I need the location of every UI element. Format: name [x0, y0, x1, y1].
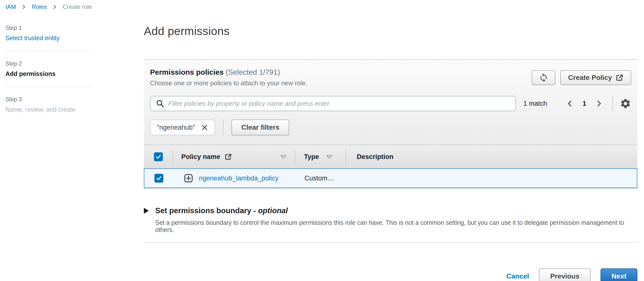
sidebar-divider	[6, 51, 92, 51]
panel-actions: Create Policy	[532, 70, 631, 85]
column-label: Type	[304, 153, 319, 161]
chevron-left-icon	[566, 99, 574, 108]
panel-title-text: Permissions policies	[150, 68, 224, 76]
current-page-number[interactable]: 1	[582, 100, 586, 107]
step-label: Step 3	[6, 96, 92, 103]
panel-title-group: Permissions policies (Selected 1/791) Ch…	[150, 68, 307, 87]
external-link-icon	[225, 153, 232, 160]
next-button[interactable]: Next	[600, 269, 637, 281]
step-label: Step 2	[6, 60, 92, 67]
policies-table: Policy name Type	[144, 145, 637, 189]
policy-name-filter-dropdown-icon[interactable]	[280, 155, 287, 159]
sidebar-divider	[6, 87, 92, 87]
close-icon	[201, 124, 208, 131]
policy-name-link[interactable]: ngeneahub_lambda_policy	[199, 175, 278, 182]
breadcrumb-create-role: Create role	[63, 3, 92, 10]
step-2-title: Add permissions	[6, 70, 92, 77]
panel-header: Permissions policies (Selected 1/791) Ch…	[144, 59, 637, 145]
search-row: 1 match 1	[150, 96, 631, 111]
filter-tag-label: "ngeneahub"	[157, 124, 195, 131]
select-all-checkbox[interactable]	[154, 152, 163, 161]
search-icon	[156, 99, 164, 108]
permissions-policies-panel: Permissions policies (Selected 1/791) Ch…	[144, 59, 637, 189]
breadcrumb: IAM Roles Create role	[6, 3, 92, 10]
match-count: 1 match	[523, 100, 547, 107]
pagination-divider	[612, 96, 613, 111]
boundary-description: Set a permissions boundary to control th…	[155, 219, 637, 234]
step-2-add-permissions: Step 2 Add permissions	[6, 60, 92, 77]
chevron-right-icon	[22, 4, 26, 10]
chevron-right-icon	[595, 99, 602, 108]
step-label: Step 1	[6, 25, 92, 31]
column-label: Description	[357, 153, 394, 161]
step-1-select-trusted-entity: Step 1 Select trusted entity	[6, 25, 92, 42]
previous-button[interactable]: Previous	[539, 269, 591, 281]
section-divider	[144, 242, 637, 243]
boundary-expander[interactable]: Set permissions boundary - optional	[144, 206, 637, 215]
filter-tag: "ngeneahub"	[150, 120, 215, 135]
row-policy-name-cell: ngeneahub_lambda_policy	[173, 173, 295, 183]
create-policy-button[interactable]: Create Policy	[560, 70, 631, 85]
steps-sidebar: Step 1 Select trusted entity Step 2 Add …	[6, 25, 92, 113]
chevron-right-icon	[52, 4, 57, 10]
clear-filters-label: Clear filters	[241, 123, 279, 131]
expand-policy-button[interactable]	[184, 173, 194, 183]
pagination: 1	[565, 96, 631, 111]
create-policy-label: Create Policy	[568, 74, 612, 82]
refresh-button[interactable]	[532, 70, 556, 85]
boundary-title: Set permissions boundary - optional	[155, 206, 288, 215]
next-label: Next	[612, 272, 626, 280]
column-header-type: Type	[294, 145, 346, 168]
page-title: Add permissions	[144, 24, 637, 38]
column-header-description: Description	[346, 145, 637, 168]
panel-title: Permissions policies (Selected 1/791)	[150, 68, 307, 76]
active-filters-row: "ngeneahub" Clear filters	[150, 119, 631, 136]
clear-filters-button[interactable]: Clear filters	[232, 120, 289, 135]
collapsed-triangle-icon	[144, 208, 149, 214]
gear-icon	[620, 98, 631, 109]
iam-create-role-page: IAM Roles Create role Step 1 Select trus…	[0, 0, 644, 281]
checkmark-icon	[156, 175, 162, 181]
boundary-title-text: Set permissions boundary	[155, 206, 251, 215]
step-3-name-review-create: Step 3 Name, review, and create	[6, 96, 92, 113]
cancel-button[interactable]: Cancel	[506, 272, 529, 280]
search-box	[150, 96, 516, 111]
remove-filter-button[interactable]	[201, 124, 208, 131]
breadcrumb-iam[interactable]: IAM	[6, 3, 16, 10]
step-3-title: Name, review, and create	[6, 106, 92, 113]
column-header-policy-name: Policy name	[173, 145, 294, 168]
row-checkbox[interactable]	[154, 174, 163, 183]
panel-subtitle: Choose one or more policies to attach to…	[150, 79, 307, 87]
filter-divider	[223, 119, 224, 136]
type-filter-dropdown-icon[interactable]	[326, 155, 332, 159]
table-header-select-cell	[144, 145, 173, 168]
checkmark-icon	[155, 154, 162, 160]
main-content: Add permissions Permissions policies (Se…	[144, 0, 637, 281]
row-select-cell	[144, 174, 173, 183]
breadcrumb-roles[interactable]: Roles	[32, 3, 47, 10]
previous-page-button[interactable]	[565, 98, 575, 109]
refresh-icon	[539, 73, 548, 82]
wizard-footer: Cancel Previous Next	[144, 269, 637, 281]
next-page-button[interactable]	[594, 98, 604, 109]
table-settings-button[interactable]	[620, 98, 631, 109]
selected-count: (Selected 1/791)	[226, 68, 280, 76]
boundary-title-optional: - optional	[254, 206, 288, 215]
step-1-link[interactable]: Select trusted entity	[6, 34, 60, 41]
table-row-selected[interactable]: ngeneahub_lambda_policy Custom…	[144, 168, 637, 188]
column-label: Policy name	[181, 153, 220, 161]
permissions-boundary-section: Set permissions boundary - optional Set …	[144, 206, 637, 243]
row-type-cell: Custom…	[295, 175, 346, 182]
external-link-icon	[616, 74, 623, 81]
table-header-row: Policy name Type	[144, 145, 637, 168]
policy-filter-input[interactable]	[168, 100, 510, 107]
expand-plus-icon	[184, 173, 194, 183]
previous-label: Previous	[550, 272, 579, 280]
